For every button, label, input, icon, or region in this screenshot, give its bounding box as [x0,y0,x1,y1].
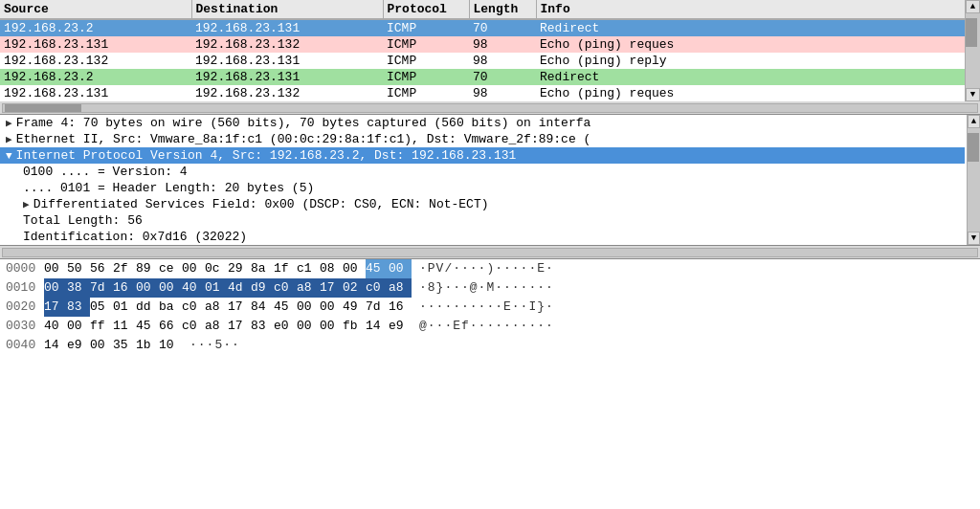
hex-byte: 40 [182,278,205,298]
cell-dest: 192.168.23.132 [191,36,383,53]
table-row[interactable]: 192.168.23.2192.168.23.131ICMP70Redirect [0,69,980,85]
hex-byte: 00 [320,298,343,317]
detail-line-hdrlen[interactable]: .... 0101 = Header Length: 20 bytes (5) [0,180,965,196]
hex-byte: 01 [205,278,228,298]
cell-source: 192.168.23.132 [0,53,191,69]
detail-hscroll-track[interactable] [2,248,978,257]
hex-byte: ce [159,259,182,278]
arrow-dsfield[interactable]: ▶ [23,198,30,210]
detail-hscrollbar[interactable] [0,246,980,259]
hex-byte: 17 [320,278,343,298]
detail-line-version[interactable]: 0100 .... = Version: 4 [0,164,965,180]
hex-byte: 83 [67,298,90,317]
cell-proto: ICMP [383,53,469,69]
hex-byte: c0 [366,278,389,298]
hex-byte: c0 [182,298,205,317]
col-header-proto[interactable]: Protocol [383,0,469,19]
hex-byte: ff [90,317,113,336]
vscroll-track[interactable] [966,13,980,88]
vscroll-up-arrow[interactable]: ▲ [966,0,980,13]
hex-byte: 00 [90,336,113,355]
hex-line: 000000 50 56 2f 89 ce 00 0c 29 8a 1f c1 … [0,259,980,278]
col-header-dest[interactable]: Destination [191,0,383,19]
hex-byte: 05 [90,298,113,317]
hex-ascii: ·PV/····)·····E· [419,259,554,278]
hscroll-track[interactable] [2,103,978,113]
hex-byte: 10 [159,336,182,355]
col-header-len[interactable]: Length [469,0,536,19]
hex-byte: ba [159,298,182,317]
detail-line-dsfield[interactable]: ▶ Differentiated Services Field: 0x00 (D… [0,196,965,212]
detail-line-totallen[interactable]: Total Length: 56 [0,212,965,229]
detail-line-ip[interactable]: ▼ Internet Protocol Version 4, Src: 192.… [0,147,965,164]
hex-bytes: 14 e9 00 35 1b 10 [44,336,182,355]
cell-len: 98 [469,53,536,69]
hex-byte: d9 [251,278,274,298]
hscroll-thumb[interactable] [5,104,81,112]
hex-byte: 17 [44,298,67,317]
hex-offset: 0040 [6,336,44,355]
detail-text-version: 0100 .... = Version: 4 [23,165,188,179]
detail-vscroll-thumb[interactable] [968,133,979,162]
hex-ascii: @···Ef·········· [419,317,554,336]
detail-line-frame[interactable]: ▶ Frame 4: 70 bytes on wire (560 bits), … [0,115,965,131]
table-row[interactable]: 192.168.23.131192.168.23.132ICMP98Echo (… [0,36,980,53]
table-row[interactable]: 192.168.23.2192.168.23.131ICMP70Redirect [0,19,980,36]
hex-byte: 00 [44,259,67,278]
hex-byte: 45 [274,298,297,317]
hex-byte: 45 [366,259,389,278]
detail-vscroll-down[interactable]: ▼ [968,232,980,245]
hex-ascii: ·8}···@·M······· [419,278,554,298]
cell-dest: 192.168.23.131 [191,69,383,85]
hex-byte: a8 [205,317,228,336]
hex-byte: 00 [182,259,205,278]
hex-byte: 35 [113,336,136,355]
hex-byte: e9 [67,336,90,355]
detail-line-ethernet[interactable]: ▶ Ethernet II, Src: Vmware_8a:1f:c1 (00:… [0,131,965,147]
cell-len: 70 [469,69,536,85]
detail-text-ident: Identification: 0x7d16 (32022) [23,230,247,244]
cell-len: 98 [469,85,536,101]
hex-ascii: ···5·· [189,336,240,355]
vscroll-thumb[interactable] [966,18,977,47]
arrow-ip[interactable]: ▼ [6,150,12,162]
hex-line: 004014 e9 00 35 1b 10 ···5·· [0,336,980,355]
hex-bytes: 17 83 05 01 dd ba c0 a8 17 84 45 00 00 4… [44,298,412,317]
hex-bytes: 40 00 ff 11 45 66 c0 a8 17 83 e0 00 00 f… [44,317,412,336]
table-hscrollbar[interactable] [0,101,980,115]
table-row[interactable]: 192.168.23.132192.168.23.131ICMP98Echo (… [0,53,980,69]
hex-bytes: 00 38 7d 16 00 00 40 01 4d d9 c0 a8 17 0… [44,278,412,298]
hex-byte: e0 [274,317,297,336]
table-row[interactable]: 192.168.23.131192.168.23.132ICMP98Echo (… [0,85,980,101]
cell-info: Echo (ping) reques [536,36,980,53]
hex-offset: 0000 [6,259,44,278]
hex-byte: 83 [251,317,274,336]
hex-byte: a8 [389,278,412,298]
hex-byte: 66 [159,317,182,336]
hex-byte: 00 [297,317,320,336]
hex-byte: c1 [297,259,320,278]
hex-byte: 00 [159,278,182,298]
hex-byte: 14 [366,317,389,336]
hex-offset: 0030 [6,317,44,336]
hex-offset: 0010 [6,278,44,298]
col-header-source[interactable]: Source [0,0,191,19]
detail-text-ethernet: Ethernet II, Src: Vmware_8a:1f:c1 (00:0c… [16,132,591,146]
arrow-frame[interactable]: ▶ [6,117,12,129]
hex-byte: 00 [44,278,67,298]
detail-vscroll-up[interactable]: ▲ [968,115,980,128]
detail-vscrollbar[interactable]: ▲ ▼ [967,115,980,245]
cell-source: 192.168.23.2 [0,69,191,85]
hex-byte: 40 [44,317,67,336]
hex-byte: 16 [113,278,136,298]
cell-info: Echo (ping) reques [536,85,980,101]
vscroll-down-arrow[interactable]: ▼ [966,88,980,101]
arrow-ethernet[interactable]: ▶ [6,133,12,145]
detail-line-ident[interactable]: Identification: 0x7d16 (32022) [0,229,965,245]
detail-vscroll-track[interactable] [968,128,980,232]
hex-byte: 0c [205,259,228,278]
table-vscrollbar[interactable]: ▲ ▼ [965,0,980,101]
hex-byte: 84 [251,298,274,317]
hex-dump-pane: 000000 50 56 2f 89 ce 00 0c 29 8a 1f c1 … [0,259,980,509]
col-header-info[interactable]: Info [536,0,980,19]
